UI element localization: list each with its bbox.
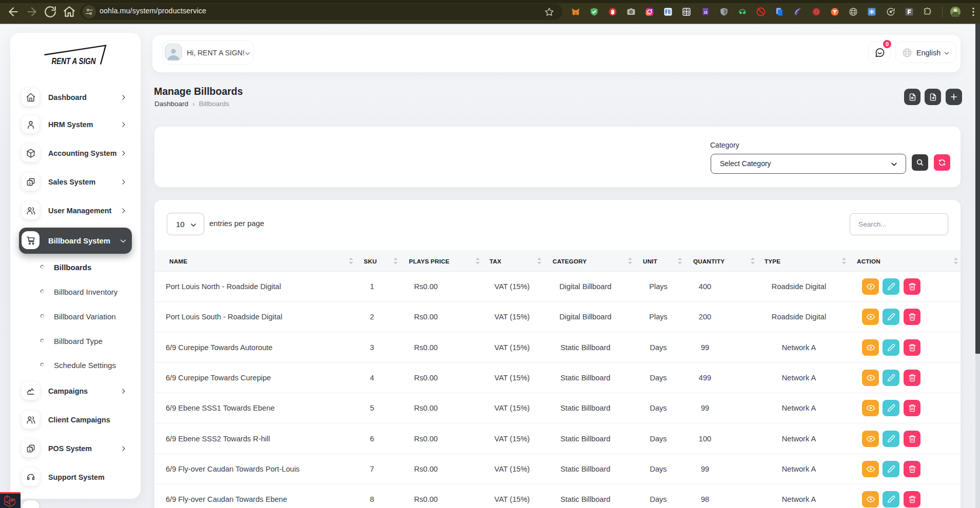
svg-text:25: 25: [703, 11, 708, 14]
svg-text:RENT A SIGN: RENT A SIGN: [52, 56, 96, 66]
